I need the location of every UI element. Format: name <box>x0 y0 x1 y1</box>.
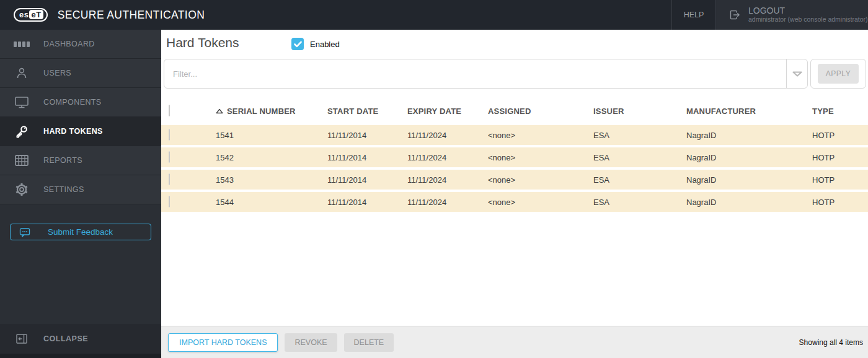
check-icon <box>294 41 302 48</box>
collapse-icon <box>14 333 30 344</box>
row-checkbox[interactable] <box>169 129 170 141</box>
column-header-expiry-date[interactable]: EXPIRY DATE <box>407 107 488 116</box>
users-icon <box>14 66 30 80</box>
action-bar: IMPORT HARD TOKENS REVOKE DELETE Showing… <box>161 326 868 358</box>
cell-manufacturer: NagraID <box>686 198 812 207</box>
items-count-summary: Showing all 4 items <box>799 338 863 347</box>
reports-icon <box>14 154 30 167</box>
column-header-issuer[interactable]: ISSUER <box>593 107 686 116</box>
logout-user: administrator (web console administrator… <box>748 15 868 24</box>
brand: eseT SECURE AUTHENTICATION <box>14 8 205 22</box>
help-button[interactable]: HELP <box>671 0 716 30</box>
column-label: START DATE <box>327 107 378 116</box>
sort-asc-icon <box>216 108 223 114</box>
row-checkbox[interactable] <box>169 173 170 185</box>
cell-serial: 1542 <box>216 153 327 162</box>
cell-expiry-date: 11/11/2024 <box>407 153 488 162</box>
cell-issuer: ESA <box>593 198 686 207</box>
table-header: SERIAL NUMBER START DATE EXPIRY DATE ASS… <box>161 99 868 123</box>
cell-serial: 1543 <box>216 175 327 185</box>
sidebar-item-label: SETTINGS <box>43 185 84 194</box>
cell-serial: 1541 <box>216 131 327 140</box>
logout-label: LOGOUT <box>748 6 868 15</box>
sidebar-bottom-strip <box>0 354 161 358</box>
cell-type: HOTP <box>812 131 868 140</box>
filter-box <box>164 59 808 89</box>
logout-icon <box>728 9 741 21</box>
column-header-assigned[interactable]: ASSIGNED <box>488 107 593 116</box>
apply-box: APPLY <box>810 59 866 89</box>
enabled-checkbox[interactable] <box>291 38 304 50</box>
filter-row: APPLY <box>161 59 868 89</box>
feedback-zone: Submit Feedback <box>0 204 161 324</box>
cell-expiry-date: 11/11/2024 <box>407 198 488 207</box>
app-title: SECURE AUTHENTICATION <box>58 9 205 22</box>
cell-type: HOTP <box>812 153 868 162</box>
column-header-type[interactable]: TYPE <box>812 107 868 116</box>
cell-issuer: ESA <box>593 175 686 185</box>
feedback-bubble-icon <box>19 227 30 237</box>
cell-start-date: 11/11/2014 <box>327 153 407 162</box>
collapse-button[interactable]: COLLAPSE <box>0 324 161 354</box>
table-row[interactable]: 1541 11/11/2014 11/11/2024 <none> ESA Na… <box>161 125 868 145</box>
sidebar-item-label: DASHBOARD <box>43 40 95 48</box>
cell-manufacturer: NagraID <box>686 153 812 162</box>
column-label: MANUFACTURER <box>686 107 756 116</box>
column-label: SERIAL NUMBER <box>227 107 296 116</box>
sidebar-item-label: COMPONENTS <box>43 98 102 107</box>
column-label: ASSIGNED <box>488 107 531 116</box>
page-title: Hard Tokens <box>166 35 239 50</box>
filter-dropdown-button[interactable] <box>786 59 807 88</box>
cell-serial: 1544 <box>216 198 327 207</box>
components-icon <box>14 95 30 109</box>
filter-input[interactable] <box>164 59 786 88</box>
collapse-label: COLLAPSE <box>43 334 88 343</box>
column-label: ISSUER <box>593 107 624 116</box>
key-icon <box>14 124 30 139</box>
table-row[interactable]: 1544 11/11/2014 11/11/2024 <none> ESA Na… <box>161 192 868 212</box>
main-content: Hard Tokens Enabled APPLY <box>161 30 868 358</box>
sidebar-item-label: USERS <box>43 69 71 77</box>
sidebar-item-users[interactable]: USERS <box>0 59 161 88</box>
sidebar-item-hard-tokens[interactable]: HARD TOKENS <box>0 117 161 146</box>
column-label: TYPE <box>812 107 834 116</box>
eset-logo: eseT <box>14 8 48 22</box>
logout-button[interactable]: LOGOUT administrator (web console admini… <box>716 0 868 30</box>
cell-manufacturer: NagraID <box>686 175 812 185</box>
settings-icon <box>14 182 30 197</box>
table-body: 1541 11/11/2014 11/11/2024 <none> ESA Na… <box>161 125 868 214</box>
cell-assigned: <none> <box>488 131 593 140</box>
eset-logo-text: es <box>19 11 29 19</box>
table-row[interactable]: 1543 11/11/2014 11/11/2024 <none> ESA Na… <box>161 170 868 190</box>
sidebar-item-settings[interactable]: SETTINGS <box>0 175 161 204</box>
column-header-manufacturer[interactable]: MANUFACTURER <box>686 107 812 116</box>
apply-button[interactable]: APPLY <box>818 64 859 84</box>
cell-expiry-date: 11/11/2024 <box>407 131 488 140</box>
sidebar-item-label: HARD TOKENS <box>43 127 103 136</box>
column-header-serial-number[interactable]: SERIAL NUMBER <box>216 107 327 116</box>
enabled-label: Enabled <box>310 40 340 49</box>
submit-feedback-button[interactable]: Submit Feedback <box>10 224 151 240</box>
select-all-checkbox[interactable] <box>169 105 170 116</box>
revoke-button[interactable]: REVOKE <box>285 333 337 352</box>
cell-type: HOTP <box>812 175 868 185</box>
feedback-label: Submit Feedback <box>48 227 113 237</box>
delete-button[interactable]: DELETE <box>344 333 394 352</box>
cell-issuer: ESA <box>593 153 686 162</box>
cell-issuer: ESA <box>593 131 686 140</box>
cell-manufacturer: NagraID <box>686 131 812 140</box>
sidebar: DASHBOARD USERS COMPONENTS HARD TOKENS <box>0 30 161 358</box>
column-label: EXPIRY DATE <box>407 107 461 116</box>
sidebar-item-label: REPORTS <box>43 156 82 165</box>
row-checkbox[interactable] <box>169 196 170 207</box>
table-row[interactable]: 1542 11/11/2014 11/11/2024 <none> ESA Na… <box>161 147 868 167</box>
sidebar-item-reports[interactable]: REPORTS <box>0 146 161 175</box>
dashboard-icon <box>14 41 30 47</box>
column-header-start-date[interactable]: START DATE <box>327 107 407 116</box>
page-header: Hard Tokens Enabled <box>161 30 868 59</box>
row-checkbox[interactable] <box>169 151 170 163</box>
sidebar-item-dashboard[interactable]: DASHBOARD <box>0 30 161 59</box>
cell-type: HOTP <box>812 198 868 207</box>
sidebar-item-components[interactable]: COMPONENTS <box>0 88 161 117</box>
import-hard-tokens-button[interactable]: IMPORT HARD TOKENS <box>168 333 278 352</box>
